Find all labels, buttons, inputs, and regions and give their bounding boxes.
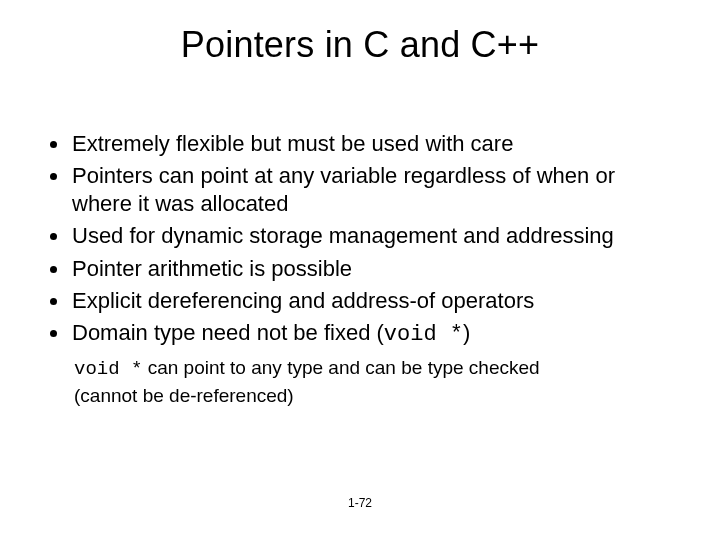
bullet-item: Pointer arithmetic is possible (70, 255, 680, 283)
bullet-item: Extremely flexible but must be used with… (70, 130, 680, 158)
sub-note-text: can point to any type and can be type ch… (74, 357, 540, 406)
slide-body: Extremely flexible but must be used with… (40, 130, 680, 408)
bullet-item: Pointers can point at any variable regar… (70, 162, 680, 218)
sub-note: void * can point to any type and can be … (40, 355, 544, 408)
bullet-text-pre: Domain type need not be fixed ( (72, 320, 384, 345)
bullet-list: Extremely flexible but must be used with… (40, 130, 680, 349)
inline-code: void * (74, 358, 142, 380)
inline-code: void * (384, 322, 463, 347)
bullet-text-post: ) (463, 320, 470, 345)
page-number: 1-72 (0, 496, 720, 510)
bullet-item: Domain type need not be fixed (void *) (70, 319, 680, 349)
slide: Pointers in C and C++ Extremely flexible… (0, 0, 720, 540)
bullet-item: Used for dynamic storage management and … (70, 222, 680, 250)
bullet-item: Explicit dereferencing and address-of op… (70, 287, 680, 315)
slide-title: Pointers in C and C++ (0, 24, 720, 66)
